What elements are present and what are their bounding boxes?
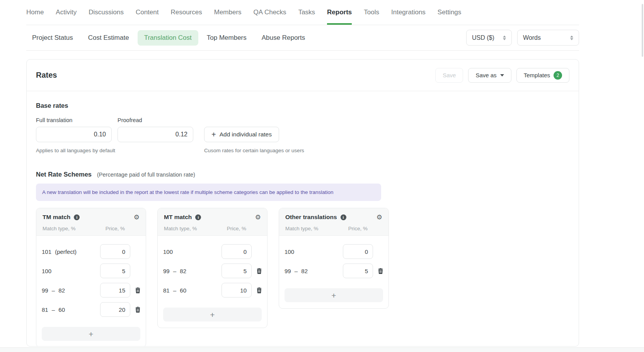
price-input[interactable]: [221, 244, 252, 259]
rates-card-header: Rates Save Save as Templates 2: [27, 60, 579, 91]
main-nav: HomeActivityDiscussionsContentResourcesM…: [26, 0, 579, 25]
below-fold-strip: [0, 347, 644, 352]
rate-row: 100: [163, 244, 262, 259]
price-input[interactable]: [100, 302, 130, 317]
info-icon[interactable]: i: [74, 214, 80, 220]
save-button[interactable]: Save: [435, 68, 463, 83]
match-type-label: 100: [285, 248, 343, 255]
nav-item[interactable]: Reports: [327, 0, 352, 25]
report-tab[interactable]: Translation Cost: [138, 30, 198, 46]
nav-item[interactable]: Discussions: [89, 0, 124, 25]
price-column-header: Price, %: [227, 226, 246, 231]
templates-button[interactable]: Templates 2: [516, 68, 569, 83]
price-input[interactable]: [221, 264, 252, 278]
price-input[interactable]: [100, 244, 130, 259]
price-input[interactable]: [100, 264, 130, 278]
price-input[interactable]: [343, 264, 373, 278]
match-type-label: 100: [42, 268, 100, 274]
price-input[interactable]: [343, 244, 373, 259]
scrollbar-thumb[interactable]: [642, 4, 643, 57]
price-input[interactable]: [221, 283, 252, 298]
rate-row: 81 – 60: [42, 302, 140, 317]
scheme-title: TM match: [43, 214, 70, 221]
nav-item[interactable]: Integrations: [391, 0, 426, 25]
full-translation-field: Full translation: [36, 117, 112, 142]
rate-row: 99 – 82: [42, 283, 140, 298]
nav-item[interactable]: Resources: [170, 0, 202, 25]
sort-arrows-icon: [503, 36, 506, 40]
gear-icon[interactable]: ⚙: [134, 214, 140, 221]
trash-icon[interactable]: [252, 287, 262, 293]
scheme-title: Other translations: [285, 214, 337, 221]
trash-icon[interactable]: [373, 268, 383, 274]
report-tab[interactable]: Abuse Reports: [255, 30, 312, 46]
chevron-down-icon: [500, 74, 504, 77]
match-type-label: 100: [163, 248, 221, 255]
proofread-field: Proofread: [118, 117, 193, 142]
nav-item[interactable]: Tools: [364, 0, 379, 25]
match-type-label: 99 – 82: [42, 287, 100, 294]
match-type-label: 101 (perfect): [42, 248, 100, 255]
report-tab[interactable]: Top Members: [200, 30, 253, 46]
currency-select-value: USD ($): [472, 34, 494, 41]
base-rates-heading: Base rates: [36, 102, 569, 109]
scheme-header: Other translations i ⚙ Match type, % Pri…: [279, 208, 388, 236]
scheme-header: MT match i ⚙ Match type, % Price, %: [158, 208, 267, 236]
reports-subnav: Project StatusCost EstimateTranslation C…: [26, 25, 579, 51]
mt-match-scheme-card: MT match i ⚙ Match type, % Price, % 1009…: [157, 208, 267, 328]
nav-item[interactable]: Members: [214, 0, 242, 25]
nav-item[interactable]: Content: [136, 0, 159, 25]
plus-icon: +: [211, 131, 216, 138]
gear-icon[interactable]: ⚙: [255, 214, 261, 221]
match-type-column-header: Match type, %: [43, 226, 76, 231]
scheme-header: TM match i ⚙ Match type, % Price, %: [36, 208, 146, 236]
match-type-label: 99 – 82: [163, 268, 221, 274]
add-rate-row-button[interactable]: +: [285, 288, 383, 302]
save-as-button[interactable]: Save as: [468, 68, 511, 83]
templates-count-badge: 2: [554, 71, 562, 80]
nav-item[interactable]: QA Checks: [254, 0, 286, 25]
save-as-label: Save as: [475, 72, 496, 78]
trash-icon[interactable]: [130, 307, 140, 313]
info-icon[interactable]: i: [195, 214, 201, 220]
trash-icon[interactable]: [130, 287, 140, 293]
tm-match-scheme-card: TM match i ⚙ Match type, % Price, % 101 …: [36, 208, 146, 347]
price-input[interactable]: [100, 283, 130, 298]
nav-item[interactable]: Activity: [56, 0, 77, 25]
rates-card: Rates Save Save as Templates 2 Base rate…: [26, 59, 579, 347]
rate-row: 100: [42, 264, 140, 278]
info-icon[interactable]: i: [341, 214, 346, 220]
scheme-title: MT match: [164, 214, 192, 221]
net-rate-schemes-subheading: (Percentage paid of full translation rat…: [97, 172, 195, 178]
lowest-rate-info-banner: A new translation will be included in th…: [36, 184, 381, 201]
full-translation-label: Full translation: [36, 117, 112, 123]
report-tab[interactable]: Project Status: [26, 30, 80, 46]
price-column-header: Price, %: [348, 226, 368, 231]
report-tab[interactable]: Cost Estimate: [82, 30, 136, 46]
nav-item[interactable]: Tasks: [298, 0, 315, 25]
add-rate-row-button[interactable]: +: [163, 308, 262, 321]
add-rate-row-button[interactable]: +: [42, 327, 140, 341]
match-type-label: 81 – 60: [42, 306, 100, 313]
templates-label: Templates: [524, 72, 550, 78]
nav-item[interactable]: Settings: [438, 0, 461, 25]
match-type-label: 99 – 82: [285, 268, 343, 274]
unit-select-value: Words: [523, 34, 541, 41]
full-translation-rate-input[interactable]: [36, 127, 112, 142]
currency-select[interactable]: USD ($): [466, 30, 512, 46]
rate-row: 99 – 82: [285, 264, 383, 278]
price-column-header: Price, %: [106, 226, 125, 231]
proofread-rate-input[interactable]: [118, 127, 193, 142]
add-individual-rates-label: Add individual rates: [220, 131, 272, 138]
match-type-column-header: Match type, %: [164, 226, 197, 231]
match-type-label: 81 – 60: [163, 287, 221, 294]
gear-icon[interactable]: ⚙: [377, 214, 382, 221]
report-tabs: Project StatusCost EstimateTranslation C…: [26, 30, 312, 46]
net-rate-schemes-heading: Net Rate Schemes: [36, 171, 92, 178]
trash-icon[interactable]: [252, 268, 262, 274]
report-unit-select[interactable]: Words: [517, 30, 579, 46]
other-translations-scheme-card: Other translations i ⚙ Match type, % Pri…: [279, 208, 389, 309]
nav-item[interactable]: Home: [26, 0, 44, 25]
base-rates-helper-text: Applies to all languages by default: [36, 148, 204, 153]
add-individual-rates-button[interactable]: + Add individual rates: [204, 127, 279, 142]
